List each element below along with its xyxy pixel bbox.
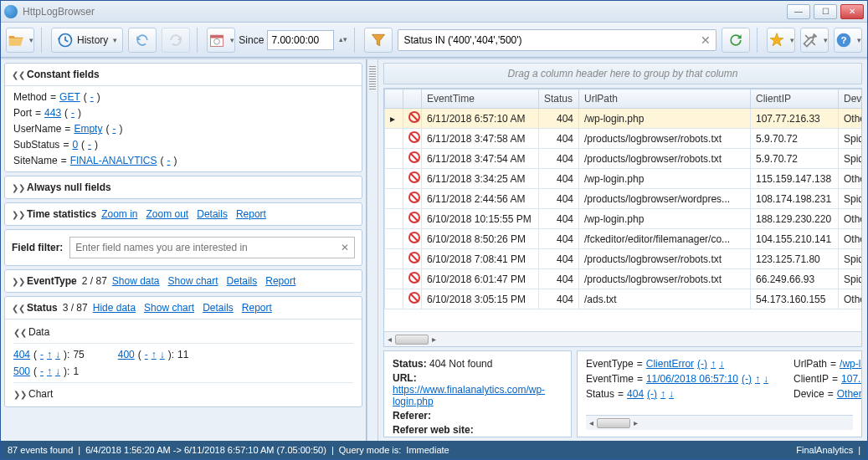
since-input[interactable] [267,30,334,50]
help-button[interactable]: ? ▾ [834,28,862,53]
refresh-button[interactable] [722,28,750,53]
sort-up-link[interactable]: ↑ [660,388,665,400]
history-button[interactable]: History ▾ [51,28,123,53]
report-link[interactable]: Report [265,275,295,287]
detail-field-value[interactable]: /wp-login.ph [840,358,862,370]
table-row[interactable]: 6/11/2018 3:34:25 AM 404 /wp-login.php 1… [385,169,862,189]
remove-link[interactable]: - [90,91,94,103]
table-row[interactable]: 6/11/2018 3:47:54 AM 404 /products/logbr… [385,149,862,169]
field-value-link[interactable]: 443 [44,107,61,119]
favorites-button[interactable]: ▾ [767,28,795,53]
since-spinner[interactable]: ▴▾ [339,37,347,43]
field-filter-input[interactable] [75,242,341,253]
remove-link[interactable]: (-) [742,373,752,385]
column-header[interactable]: ClientIP [751,89,839,109]
column-header[interactable] [403,89,422,109]
remove-link[interactable]: - [112,123,116,135]
maximize-button[interactable]: ☐ [814,4,837,19]
toolbar-separator [354,28,357,53]
grid-hscroll[interactable]: ◂▸ [384,331,861,346]
sort-down-link[interactable]: ↓ [669,388,674,400]
remove-link[interactable]: - [40,365,44,377]
sort-up-link[interactable]: ↑ [152,349,157,360]
remove-link[interactable]: - [145,349,148,360]
clear-field-filter[interactable]: ✕ [341,242,349,253]
detail-url-link[interactable]: https://www.finalanalytics.com/wp-login.… [393,384,545,407]
table-row[interactable]: 6/10/2018 10:15:55 PM 404 /wp-login.php … [385,209,862,229]
status-chart-subhead[interactable]: ❯❯ Chart [13,386,353,401]
detail-field-value[interactable]: 11/06/2018 06:57:10 [646,373,738,385]
open-button[interactable]: ▾ [6,28,34,53]
show-chart-link[interactable]: Show chart [144,302,194,314]
details-link[interactable]: Details [227,275,258,287]
time-stats-header[interactable]: ❯❯ Time statistics Zoom in Zoom out Deta… [5,203,362,225]
field-value-link[interactable]: 0 [72,139,78,151]
remove-link[interactable]: - [71,107,74,119]
field-filter-input-wrap[interactable]: ✕ [69,237,355,258]
status-code-link[interactable]: 500 [13,365,30,377]
show-data-link[interactable]: Show data [112,275,160,287]
status-data-subhead[interactable]: ❮❮ Data [13,325,353,340]
field-value-link[interactable]: GET [59,91,80,103]
remove-link[interactable]: (-) [647,388,657,400]
table-row[interactable]: 6/10/2018 6:01:47 PM 404 /products/logbr… [385,269,862,289]
tools-button[interactable]: ▾ [800,28,829,53]
filter-funnel-button[interactable] [364,28,393,53]
column-header[interactable]: EventTime [422,89,539,109]
detail-field-value[interactable]: 107.77.216.33 [841,373,862,385]
clear-filter-button[interactable]: ✕ [701,33,711,47]
zoom-in-link[interactable]: Zoom in [101,208,137,220]
details-link[interactable]: Details [197,208,228,220]
sort-down-link[interactable]: ↓ [719,358,724,370]
detail-hscroll[interactable]: ◂▸ [586,415,853,430]
sort-down-link[interactable]: ↓ [55,349,60,360]
report-link[interactable]: Report [236,208,266,220]
field-value-link[interactable]: FINAL-ANALYTICS [70,155,157,166]
eventtype-header[interactable]: ❯❯ EventType 2 / 87 Show data Show chart… [5,270,362,292]
remove-link[interactable]: - [88,139,91,151]
minimize-button[interactable]: — [787,4,810,19]
table-row[interactable]: 6/11/2018 3:47:58 AM 404 /products/logbr… [385,129,862,149]
detail-field-value[interactable]: Other [837,388,862,400]
report-link[interactable]: Report [242,302,272,314]
date-picker-button[interactable]: ▾ [207,28,235,53]
table-row[interactable]: 6/10/2018 7:08:41 PM 404 /products/logbr… [385,249,862,269]
sort-down-link[interactable]: ↓ [160,349,165,360]
details-link[interactable]: Details [203,302,234,314]
table-row[interactable]: 6/10/2018 3:05:15 PM 404 /ads.txt 54.173… [385,289,862,309]
remove-link[interactable]: (-) [697,358,707,370]
detail-field-value[interactable]: 404 [627,388,644,400]
filter-expression-input[interactable]: ✕ [398,29,716,51]
undo-button[interactable] [128,28,157,53]
always-null-header[interactable]: ❯❯ Always null fields [5,176,362,198]
sort-up-link[interactable]: ↑ [47,365,52,377]
field-value-link[interactable]: Empty [74,123,102,135]
table-row[interactable]: 6/10/2018 8:50:26 PM 404 /fckeditor/edit… [385,229,862,249]
filter-text[interactable] [403,34,696,46]
column-header[interactable]: UrlPath [579,89,751,109]
column-header[interactable] [385,89,403,109]
redo-button[interactable] [162,28,190,53]
detail-field-value[interactable]: ClientError [646,358,694,370]
group-by-hint[interactable]: Drag a column header here to group by th… [383,63,862,84]
sort-up-link[interactable]: ↑ [711,358,716,370]
close-button[interactable]: ✕ [840,4,864,19]
show-chart-link[interactable]: Show chart [168,275,218,287]
constant-fields-header[interactable]: ❮❮ Constant fields [5,64,362,86]
table-row[interactable]: 6/11/2018 2:44:56 AM 404 /products/logbr… [385,189,862,209]
table-row[interactable]: ▸ 6/11/2018 6:57:10 AM 404 /wp-login.php… [385,109,862,129]
status-code-link[interactable]: 404 [13,349,30,360]
panel-resizer[interactable] [367,59,378,441]
hide-data-link[interactable]: Hide data [93,302,136,314]
column-header[interactable]: Status [539,89,579,109]
sort-up-link[interactable]: ↑ [755,373,760,385]
sort-down-link[interactable]: ↓ [763,373,768,385]
zoom-out-link[interactable]: Zoom out [146,208,189,220]
status-header[interactable]: ❮❮ Status 3 / 87 Hide data Show chart De… [5,297,362,319]
sort-down-link[interactable]: ↓ [55,365,60,377]
sort-up-link[interactable]: ↑ [47,349,52,360]
column-header[interactable]: Device [839,89,862,109]
remove-link[interactable]: - [40,349,44,360]
remove-link[interactable]: - [167,155,171,166]
status-code-link[interactable]: 400 [118,349,135,360]
